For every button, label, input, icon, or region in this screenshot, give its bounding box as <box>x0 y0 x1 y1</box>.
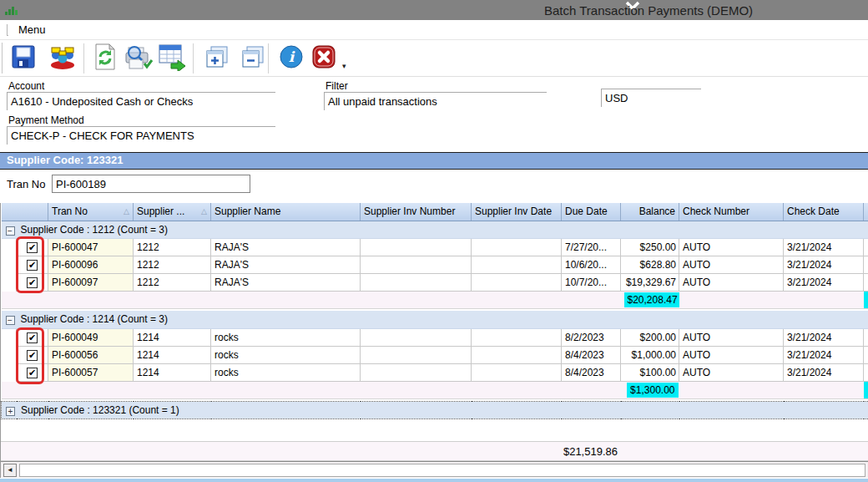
export-icon <box>157 43 187 74</box>
payment-method-label: Payment Method <box>8 114 84 126</box>
table-row[interactable]: ✔PI-6000961212RAJA'S10/6/20...$628.80AUT… <box>2 256 868 273</box>
scroll-left-arrow-icon[interactable]: ◄ <box>3 464 17 477</box>
row-checkbox[interactable]: ✔ <box>27 332 38 343</box>
group-cell: −Supplier Code : 1214 (Count = 3) <box>2 311 868 328</box>
window-titlebar: Batch Transaction Payments (DEMO) <box>0 0 868 20</box>
cell-check-number: AUTO <box>679 256 784 273</box>
cell-balance: $19,329.67 <box>621 273 679 291</box>
cell-supplier-code: 1214 <box>134 346 211 363</box>
payment-method-field[interactable]: CHECK-P - CHECK FOR PAYMENTS <box>7 126 275 145</box>
table-row[interactable]: ✔PI-6000571214rocks8/4/2023$100.00AUTO3/… <box>2 363 868 381</box>
cell-supplier-inv-number <box>361 256 472 273</box>
save-button[interactable] <box>7 42 40 75</box>
collapse-all-button[interactable] <box>236 42 270 75</box>
cell-supplier-name: rocks <box>211 346 361 363</box>
table-row[interactable]: ✔PI-6000971212RAJA'S10/7/20...$19,329.67… <box>2 273 868 291</box>
print-preview-icon <box>124 43 154 74</box>
expand-all-button[interactable] <box>200 42 234 75</box>
row-checkbox[interactable]: ✔ <box>27 368 38 378</box>
cell-supplier-name: rocks <box>211 363 361 381</box>
refresh-button[interactable] <box>88 42 122 75</box>
group-cell: −Supplier Code : 1212 (Count = 3) <box>2 221 868 238</box>
horizontal-scrollbar[interactable]: ◄ <box>1 461 868 478</box>
col-header-supplier-code[interactable]: Supplier ...△ <box>134 203 211 221</box>
cell-tran-no: PI-600097 <box>48 273 134 291</box>
col-header-supplier-name[interactable]: Supplier Name <box>211 203 361 221</box>
cell-check-date: 3/21/2024 <box>784 256 864 273</box>
toolbar: i ▾ <box>0 40 868 77</box>
table-row[interactable]: ✔PI-6000491214rocks8/2/2023$200.00AUTO3/… <box>2 328 868 346</box>
cell-tran-no: PI-600047 <box>48 238 134 256</box>
cell-supplier-code: 1212 <box>134 273 211 291</box>
currency-field[interactable]: USD <box>601 89 701 107</box>
table-row[interactable]: ✔PI-6000471212RAJA'S7/27/20...$250.00AUT… <box>2 238 868 256</box>
col-header-supplier-inv-number[interactable]: Supplier Inv Number <box>361 203 472 221</box>
subtotal-spacer <box>2 291 621 308</box>
col-header-check-date[interactable]: Check Date <box>784 203 864 221</box>
tran-no-input[interactable] <box>52 175 250 193</box>
cell-check-date: 3/21/2024 <box>784 273 864 291</box>
cell-sliver <box>864 273 868 291</box>
close-button[interactable] <box>307 42 341 75</box>
payments-grid: Tran No△Supplier ...△Supplier NameSuppli… <box>1 203 868 419</box>
account-field[interactable]: A1610 - Undeposited Cash or Checks <box>7 92 275 110</box>
cell-supplier-inv-date <box>472 256 562 273</box>
save-icon <box>9 43 38 74</box>
cell-balance: $250.00 <box>621 238 679 256</box>
suppliers-button[interactable] <box>46 42 79 75</box>
cell-supplier-name: RAJA'S <box>211 273 361 291</box>
toolbar-overflow-arrow[interactable]: ▾ <box>342 62 346 70</box>
cell-check-date: 3/21/2024 <box>784 238 864 256</box>
menu-button[interactable]: Menu <box>18 23 46 36</box>
cell-checkbox: ✔ <box>17 238 48 256</box>
cell-due-date: 8/4/2023 <box>562 346 621 363</box>
col-header-tran-no[interactable]: Tran No△ <box>48 203 134 221</box>
grid-empty-space <box>1 419 868 442</box>
tran-no-label: Tran No <box>7 178 45 190</box>
cell-supplier-inv-number <box>361 328 472 346</box>
group-collapse-toggle[interactable]: − <box>6 226 15 236</box>
group-expand-toggle[interactable]: + <box>6 407 15 416</box>
col-header-balance[interactable]: Balance <box>621 203 679 221</box>
group-collapse-toggle[interactable]: − <box>6 316 15 325</box>
cell-due-date: 8/2/2023 <box>562 328 621 346</box>
row-checkbox[interactable]: ✔ <box>27 242 38 253</box>
subtotal-sliver <box>864 291 868 308</box>
filter-field[interactable]: All unpaid transactions <box>324 92 547 110</box>
toolbar-separator <box>193 43 194 74</box>
cell-supplier-name: RAJA'S <box>211 238 361 256</box>
row-checkbox[interactable]: ✔ <box>27 277 38 288</box>
cell-supplier-name: rocks <box>211 328 361 346</box>
sort-asc-icon: △ <box>124 207 129 216</box>
table-row[interactable]: ✔PI-6000561214rocks8/4/2023$1,000.00AUTO… <box>2 346 868 363</box>
cell-supplier-inv-date <box>472 346 562 363</box>
col-header-due-date[interactable]: Due Date <box>562 203 621 221</box>
col-header-check-number[interactable]: Check Number <box>679 203 784 221</box>
export-button[interactable] <box>155 42 189 75</box>
subtotal-spacer <box>679 291 864 308</box>
info-button[interactable]: i <box>275 42 308 75</box>
subtotal-row: $1,300.00 <box>2 381 868 398</box>
print-preview-button[interactable] <box>122 42 155 75</box>
cell-supplier-inv-number <box>361 273 472 291</box>
cell-supplier-name: RAJA'S <box>211 256 361 273</box>
scrollbar-track[interactable] <box>19 464 865 477</box>
row-checkbox[interactable]: ✔ <box>27 350 38 361</box>
refresh-icon <box>93 43 118 74</box>
toolbar-separator <box>83 43 84 74</box>
group-row[interactable]: +Supplier Code : 123321 (Count = 1) <box>2 401 868 419</box>
cell-sliver <box>864 328 868 346</box>
cell-due-date: 8/4/2023 <box>562 363 621 381</box>
tran-no-row: Tran No <box>0 170 868 203</box>
group-row[interactable]: −Supplier Code : 1214 (Count = 3) <box>2 311 868 328</box>
col-header-supplier-inv-date[interactable]: Supplier Inv Date <box>472 203 562 221</box>
grid-header-row: Tran No△Supplier ...△Supplier NameSuppli… <box>2 203 868 221</box>
filter-panel: Account A1610 - Undeposited Cash or Chec… <box>0 77 868 152</box>
group-row[interactable]: −Supplier Code : 1212 (Count = 3) <box>2 221 868 238</box>
subtotal-balance: $20,208.47 <box>621 291 679 308</box>
col-header-select <box>2 203 48 221</box>
cell-indent <box>2 328 17 346</box>
subtotal-spacer <box>679 381 864 398</box>
cell-check-date: 3/21/2024 <box>784 328 864 346</box>
row-checkbox[interactable]: ✔ <box>27 260 38 271</box>
